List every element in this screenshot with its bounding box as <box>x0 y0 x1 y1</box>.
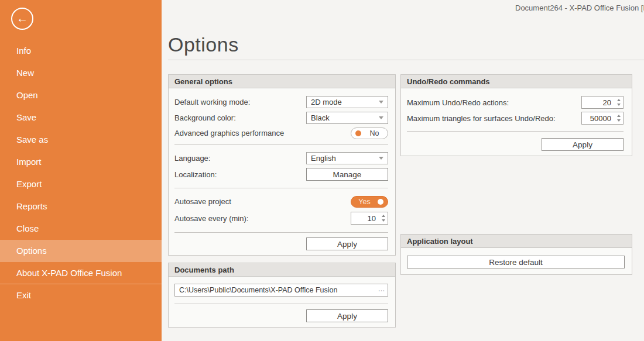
toggle-label: Yes <box>351 198 378 206</box>
panel-layout-header: Application layout <box>401 235 632 248</box>
toggle-dot <box>378 199 383 205</box>
autosave-label: Autosave project <box>174 197 231 206</box>
panel-documents-header: Documents path <box>169 263 395 277</box>
sidebar-item-info[interactable]: Info <box>0 40 162 62</box>
sidebar-item-exit[interactable]: Exit <box>0 284 162 306</box>
page-title-divider <box>168 60 644 60</box>
documents-path-input[interactable] <box>175 286 376 294</box>
background-color-select[interactable]: Black <box>306 112 388 124</box>
panel-documents-path: Documents path … Apply <box>168 263 396 328</box>
panel-layout-body: Restore default <box>401 248 632 268</box>
row-localization: Localization: Manage <box>174 168 388 181</box>
row-background-color: Background color: Black <box>174 112 388 124</box>
advanced-graphics-label: Advanced graphics performance <box>174 129 284 137</box>
spin-down-icon[interactable] <box>617 104 621 106</box>
back-button[interactable]: ← <box>11 8 33 30</box>
max-triangles-label: Maximum triangles for surfaces Undo/Redo… <box>407 114 556 123</box>
toggle-label: No <box>361 129 388 137</box>
select-value: 2D mode <box>311 98 342 106</box>
panel-undo-redo: Undo/Redo commands Maximum Undo/Redo act… <box>400 74 632 156</box>
autosave-interval-label: Autosave every (min): <box>174 214 248 223</box>
row-apply: Apply <box>174 309 388 322</box>
browse-ellipsis-icon[interactable]: … <box>376 285 388 295</box>
sidebar-item-options[interactable]: Options <box>0 240 162 262</box>
section-divider <box>174 304 388 304</box>
sidebar-item-new[interactable]: New <box>0 62 162 84</box>
manage-button[interactable]: Manage <box>306 168 388 181</box>
select-value: English <box>311 154 336 163</box>
autosave-toggle[interactable]: Yes <box>351 196 388 208</box>
row-default-working-mode: Default working mode: 2D mode <box>174 96 388 108</box>
spinner-value: 10 <box>351 214 379 223</box>
chevron-down-icon <box>379 116 383 119</box>
backstage-sidebar: ← Info New Open Save Save as Import Expo… <box>0 0 162 341</box>
spin-up-icon[interactable] <box>382 215 385 217</box>
sidebar-item-reports[interactable]: Reports <box>0 195 162 218</box>
back-arrow-icon: ← <box>16 12 28 24</box>
documents-apply-button[interactable]: Apply <box>306 309 388 322</box>
spinner-arrows[interactable] <box>614 112 623 124</box>
sidebar-item-open[interactable]: Open <box>0 84 162 106</box>
general-apply-button[interactable]: Apply <box>306 237 388 250</box>
panel-undo-body: Maximum Undo/Redo actions: 20 Maximum tr… <box>401 88 632 151</box>
language-select[interactable]: English <box>306 152 388 164</box>
sidebar-item-save-as[interactable]: Save as <box>0 129 162 151</box>
max-triangles-spinner[interactable]: 50000 <box>581 112 624 125</box>
section-divider <box>407 131 624 132</box>
restore-default-button[interactable]: Restore default <box>407 256 625 268</box>
default-working-mode-select[interactable]: 2D mode <box>306 96 388 108</box>
background-color-label: Background color: <box>174 113 236 122</box>
backstage-menu: Info New Open Save Save as Import Export… <box>0 40 162 306</box>
chevron-down-icon <box>379 101 383 104</box>
sidebar-item-close[interactable]: Close <box>0 218 162 240</box>
sidebar-item-about[interactable]: About X-PAD Office Fusion <box>0 262 162 284</box>
row-max-undo-actions: Maximum Undo/Redo actions: 20 <box>407 96 624 109</box>
row-language: Language: English <box>174 152 388 164</box>
row-autosave: Autosave project Yes <box>174 195 388 208</box>
row-apply: Apply <box>407 138 624 151</box>
row-autosave-interval: Autosave every (min): 10 <box>174 212 388 225</box>
autosave-interval-spinner[interactable]: 10 <box>351 212 388 225</box>
panel-application-layout: Application layout Restore default <box>400 234 632 275</box>
spinner-arrows[interactable] <box>379 212 388 224</box>
default-working-mode-label: Default working mode: <box>174 98 250 106</box>
sidebar-item-import[interactable]: Import <box>0 151 162 173</box>
spin-up-icon[interactable] <box>617 99 621 101</box>
toggle-dot <box>355 130 361 136</box>
select-value: Black <box>311 113 330 122</box>
panel-general-header: General options <box>169 75 395 88</box>
chevron-down-icon <box>379 157 383 160</box>
panel-undo-header: Undo/Redo commands <box>401 75 632 88</box>
section-divider <box>174 144 388 145</box>
panel-general-body: Default working mode: 2D mode Background… <box>169 88 395 250</box>
spinner-arrows[interactable] <box>614 97 623 108</box>
max-undo-actions-spinner[interactable]: 20 <box>581 96 624 109</box>
sidebar-item-save[interactable]: Save <box>0 106 162 129</box>
sidebar-item-export[interactable]: Export <box>0 173 162 195</box>
spinner-value: 20 <box>582 98 614 107</box>
advanced-graphics-toggle[interactable]: No <box>351 128 388 139</box>
row-advanced-graphics: Advanced graphics performance No <box>174 127 388 139</box>
spin-down-icon[interactable] <box>382 219 385 222</box>
section-divider <box>174 232 388 233</box>
localization-label: Localization: <box>174 170 217 179</box>
panel-documents-body: … Apply <box>169 277 395 322</box>
panel-general-options: General options Default working mode: 2D… <box>168 74 396 256</box>
spinner-value: 50000 <box>582 114 614 123</box>
documents-path-field[interactable]: … <box>174 284 388 297</box>
row-apply: Apply <box>174 237 388 250</box>
row-max-triangles: Maximum triangles for surfaces Undo/Redo… <box>407 112 624 125</box>
spin-up-icon[interactable] <box>617 115 621 117</box>
section-divider <box>174 188 388 188</box>
window-title: Document264 - X-PAD Office Fusion [DE <box>515 4 644 12</box>
language-label: Language: <box>174 154 210 163</box>
page-title: Options <box>168 33 239 56</box>
spin-down-icon[interactable] <box>617 119 621 122</box>
max-undo-actions-label: Maximum Undo/Redo actions: <box>407 98 509 107</box>
undo-apply-button[interactable]: Apply <box>542 138 624 151</box>
